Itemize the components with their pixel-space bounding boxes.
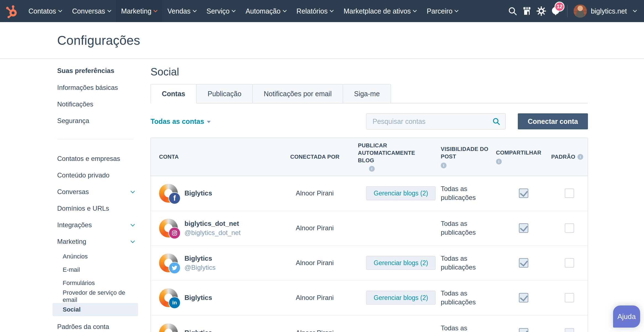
manage-blogs-button[interactable]: Gerenciar blogs (2) — [366, 186, 436, 200]
account-name: Biglytics — [184, 255, 215, 262]
twitter-icon — [169, 262, 180, 273]
chevron-down-icon — [58, 8, 62, 12]
page-title: Configurações — [57, 33, 140, 48]
column-header-visibilidade-do-post: VISIBILIDADE DO POSTi — [441, 142, 496, 172]
nav-item-automacao[interactable]: Automação — [240, 0, 291, 22]
nav-item-contatos[interactable]: Contatos — [23, 0, 67, 22]
share-checkbox[interactable] — [519, 328, 528, 332]
sidebar-item-marketing[interactable]: Marketing — [52, 233, 138, 250]
connect-account-button[interactable]: Conectar conta — [518, 113, 588, 129]
accounts-filter-dropdown[interactable]: Todas as contas — [151, 117, 211, 126]
info-icon[interactable]: i — [496, 159, 502, 164]
info-icon[interactable]: i — [441, 163, 447, 168]
default-checkbox[interactable] — [565, 328, 574, 332]
sidebar-item-email[interactable]: E-mail — [52, 263, 138, 276]
marketplace-icon[interactable] — [520, 0, 534, 22]
tab-contas[interactable]: Contas — [151, 84, 197, 103]
share-checkbox[interactable] — [519, 258, 528, 268]
sidebar-item-anuncios[interactable]: Anúncios — [52, 250, 138, 263]
nav-item-vendas[interactable]: Vendas — [162, 0, 201, 22]
share-checkbox[interactable] — [519, 223, 528, 233]
account-menu[interactable]: biglytics.net — [574, 4, 636, 18]
chevron-down-icon — [330, 8, 334, 12]
sidebar-item-seguranca[interactable]: Segurança — [52, 113, 138, 129]
page-header: Configurações — [0, 22, 644, 59]
tab-notificacoes-por-email[interactable]: Notificações por email — [252, 84, 343, 103]
search-icon[interactable] — [505, 0, 520, 22]
chevron-down-icon — [107, 8, 111, 12]
account-name: biglytics.net — [591, 7, 627, 15]
chevron-down-icon — [283, 8, 287, 12]
column-header-padrao: PADRÃOi — [551, 149, 588, 164]
manage-blogs-button[interactable]: Gerenciar blogs (2) — [366, 256, 436, 270]
chevron-down-icon — [455, 8, 458, 12]
share-checkbox[interactable] — [519, 293, 528, 302]
nav-item-relatorios[interactable]: Relatórios — [291, 0, 339, 22]
connected-by: Alnoor Pirani — [290, 329, 358, 332]
account-row-linkedin: in Biglytics Alnoor Pirani Gerenciar blo… — [151, 281, 588, 315]
section-heading: Social — [151, 66, 588, 78]
sidebar-item-padroes-da-conta[interactable]: Padrões da conta — [52, 318, 138, 332]
tab-publicacao[interactable]: Publicação — [196, 84, 253, 103]
search-icon[interactable] — [492, 117, 501, 127]
connected-by: Alnoor Pirani — [290, 294, 358, 302]
sidebar-item-integracoes[interactable]: Integrações — [52, 217, 138, 233]
default-checkbox[interactable] — [565, 223, 574, 233]
account-name: Biglytics — [184, 189, 212, 197]
default-checkbox[interactable] — [565, 293, 574, 302]
hubspot-sprocket-icon[interactable] — [0, 0, 23, 22]
default-checkbox[interactable] — [565, 189, 574, 198]
nav-item-marketing[interactable]: Marketing — [116, 0, 162, 22]
sidebar-item-contatos-e-empresas[interactable]: Contatos e empresas — [52, 150, 138, 167]
share-checkbox[interactable] — [519, 189, 528, 198]
nav-divider — [567, 5, 568, 17]
chevron-down-icon — [633, 8, 637, 12]
nav-item-parceiro[interactable]: Parceiro — [421, 0, 463, 22]
sidebar-item-informacoes-basicas[interactable]: Informações básicas — [52, 79, 138, 96]
nav-item-servico[interactable]: Serviço — [201, 0, 240, 22]
search-input[interactable] — [366, 113, 506, 129]
connected-by: Alnoor Pirani — [290, 259, 358, 267]
default-checkbox[interactable] — [565, 258, 574, 268]
info-icon[interactable]: i — [577, 154, 583, 160]
post-visibility: Todas as publicações — [441, 254, 496, 272]
facebook-icon: f — [169, 193, 180, 204]
column-header-conta: CONTA — [151, 149, 290, 164]
tab-siga-me[interactable]: Siga-me — [343, 84, 391, 103]
sidebar-item-social[interactable]: Social — [52, 303, 138, 316]
sidebar-item-notificacoes[interactable]: Notificações — [52, 96, 138, 113]
account-handle: @biglytics_dot_net — [184, 229, 241, 237]
chevron-down-icon — [131, 189, 135, 193]
primary-nav: Contatos Conversas Marketing Vendas Serv… — [23, 0, 463, 22]
notifications-icon[interactable]: 12 — [548, 0, 563, 22]
sidebar-item-provedor-de-servico-de-email[interactable]: Provedor de serviço de email — [52, 290, 138, 303]
sidebar-item-dominios-e-urls[interactable]: Domínios e URLs — [52, 200, 138, 217]
post-visibility: Todas as publicações — [441, 324, 496, 332]
info-icon[interactable]: i — [369, 166, 375, 172]
instagram-icon — [169, 228, 180, 239]
sidebar-item-conversas[interactable]: Conversas — [52, 184, 138, 200]
account-name: Biglytics — [184, 329, 212, 332]
biglytics-logo-icon — [159, 323, 178, 332]
account-logo — [159, 323, 178, 332]
sidebar-divider — [57, 139, 133, 139]
post-visibility: Todas as publicações — [441, 184, 496, 202]
help-button[interactable]: Ajuda — [613, 305, 640, 328]
column-header-compartilhar: COMPARTILHARi — [496, 145, 551, 168]
sidebar-item-conteudo-privado[interactable]: Conteúdo privado — [52, 167, 138, 184]
chevron-down-icon — [232, 8, 236, 12]
account-row-instagram: biglytics_dot_net @biglytics_dot_net Aln… — [151, 211, 588, 246]
accounts-table: CONTA CONECTADA POR PUBLICAR AUTOMATICAM… — [151, 138, 588, 332]
settings-icon[interactable] — [534, 0, 548, 22]
table-header-row: CONTA CONECTADA POR PUBLICAR AUTOMATICAM… — [151, 138, 588, 176]
post-visibility: Todas as publicações — [441, 219, 496, 237]
nav-item-conversas[interactable]: Conversas — [67, 0, 116, 22]
accounts-toolbar: Todas as contas Conectar conta — [151, 113, 588, 129]
account-logo: in — [159, 288, 178, 307]
account-handle: @Biglytics — [184, 264, 215, 271]
top-navigation: Contatos Conversas Marketing Vendas Serv… — [0, 0, 644, 22]
column-header-publicar-automaticamente-blog: PUBLICAR AUTOMATICAMENTE BLOG i — [358, 138, 441, 176]
manage-blogs-button[interactable]: Gerenciar blogs (2) — [366, 291, 436, 305]
sidebar-item-formularios[interactable]: Formulários — [52, 276, 138, 290]
nav-item-marketplace-de-ativos[interactable]: Marketplace de ativos — [338, 0, 421, 22]
